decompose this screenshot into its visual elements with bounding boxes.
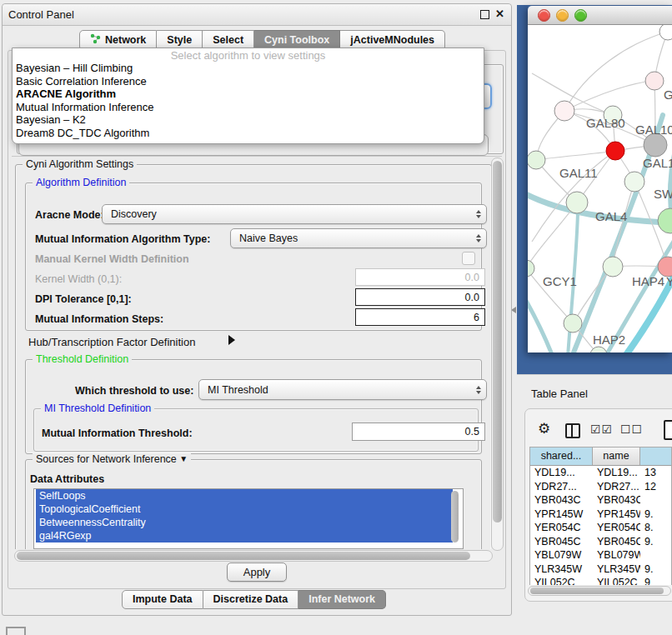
node-label-hap4: HAP4 [632,274,664,288]
column-layout-icon[interactable] [565,423,580,438]
mi-threshold-field[interactable]: 0.5 [352,422,485,441]
minimize-traffic-button[interactable] [556,9,569,22]
network-node-swi4[interactable] [624,172,644,192]
hub-expand-arrow-icon[interactable] [228,335,235,345]
settings-vscroll-thumb[interactable] [493,161,502,522]
data-attributes-label: Data Attributes [30,473,104,485]
control-panel-title: Control Panel [8,8,74,21]
table-cell: YBR043C [530,493,593,508]
algorithm-option-bayesian-k2[interactable]: Bayesian – K2 [13,113,484,127]
settings-hscroll-thumb[interactable] [17,552,470,560]
column-header-name[interactable]: name [593,448,640,465]
table-horizontal-scrollbar[interactable] [528,586,671,596]
minimized-panel-icon[interactable] [6,627,26,635]
table-cell: YBR043C [593,493,640,508]
algorithm-option-aracne-algorithm[interactable]: ARACNE Algorithm [13,88,484,101]
which-threshold-value: MI Threshold [199,384,471,396]
table-cell: YIL052C [530,576,593,585]
select-all-checks-icon[interactable]: ☑☑ [590,422,613,436]
mi-threshold-label: Mutual Information Threshold: [42,428,193,439]
node-attribute-table[interactable]: shared...nameYDL19...YDL19...13YDR27...Y… [529,447,672,585]
network-node-gal1[interactable] [606,142,624,160]
algorithm-option-basic-correlation-inference[interactable]: Basic Correlation Inference [13,75,484,88]
apply-button[interactable]: Apply [227,562,287,582]
attribute-item-selfloops[interactable]: SelfLoops [36,489,453,502]
table-cell: 9 [640,576,672,585]
network-node[interactable] [644,133,667,157]
dpi-tolerance-field[interactable]: 0.0 [355,288,485,306]
table-cell: 9. [640,508,672,522]
settings-vertical-scrollbar[interactable] [491,158,504,551]
table-row[interactable]: YDL19...YDL19...13 [530,466,671,480]
table-row[interactable]: YER054CYER054C8. [530,521,671,535]
table-cell: YDL19... [593,466,640,480]
algorithm-option-bayesian-hill-climbing[interactable]: Bayesian – Hill Climbing [13,62,484,75]
aracne-mode-combobox[interactable]: Discovery [102,204,487,224]
network-node[interactable] [658,208,672,233]
algorithm-dropdown-items: Bayesian – Hill ClimbingBasic Correlatio… [13,62,484,140]
network-node-gcy1[interactable] [528,260,534,277]
column-header-2[interactable] [640,448,672,465]
manual-kernel-checkbox[interactable] [462,252,475,265]
algorithm-option-mutual-information-inference[interactable]: Mutual Information Inference [13,101,484,114]
tab-style-label: Style [167,34,192,46]
network-node-gal80[interactable] [554,101,574,121]
bottom-tab-impute-data-label: Impute Data [133,593,193,605]
attribute-item-betweennesscentrality[interactable]: BetweennessCentrality [36,516,453,529]
mi-type-value: Naive Bayes [231,232,471,244]
attribute-item-topologicalcoefficient[interactable]: TopologicalCoefficient [36,502,453,516]
bottom-tab-impute-data[interactable]: Impute Data [122,590,203,609]
algorithm-option-dream8-dc-tdc-algorithm[interactable]: Dream8 DC_TDC Algorithm [13,127,484,140]
bottom-tab-infer-network[interactable]: Infer Network [298,590,386,609]
control-panel-titlebar[interactable]: Control Panel ✕ [3,4,511,26]
table-cell: YLR345W [530,562,593,577]
sources-title-text: Sources for Network Inference [36,453,177,465]
mi-type-combobox[interactable]: Naive Bayes [230,228,487,248]
algorithm-dropdown-list[interactable]: Select algorithm to view settings Bayesi… [12,48,484,144]
close-traffic-button[interactable] [538,9,550,22]
bottom-tab-discretize-data[interactable]: Discretize Data [203,590,299,609]
table-row[interactable]: YLR345WYLR345W9. [530,562,671,577]
bottom-tab-discretize-data-label: Discretize Data [213,593,288,605]
table-row[interactable]: YBR043CYBR043C [530,493,671,508]
network-node-gal[interactable] [645,72,664,90]
node-label-swi4: SWI4 [654,187,672,201]
float-window-icon[interactable] [480,10,489,19]
settings-horizontal-scrollbar[interactable] [14,550,493,562]
network-window-titlebar[interactable] [528,6,672,25]
network-node-hap2[interactable] [564,314,582,332]
section-divider [12,156,502,157]
network-node[interactable] [659,25,672,40]
network-node-hap4[interactable] [603,257,623,277]
table-cell: 9. [640,562,672,577]
settings-gear-icon[interactable]: ⚙ [538,420,550,438]
list-scrollbar[interactable] [450,490,459,545]
column-header-shared[interactable]: shared... [530,448,593,465]
table-cell: 8. [640,521,672,535]
table-header-row: shared...name [530,448,671,466]
mi-steps-field[interactable]: 6 [355,308,485,326]
close-icon[interactable]: ✕ [495,8,504,20]
table-row[interactable]: YPR145WYPR145W9. [530,508,671,522]
zoom-traffic-button[interactable] [574,9,587,22]
combo-stepper-icon [471,386,486,394]
table-row[interactable]: YDR27...YDR27...12 [530,480,671,494]
attribute-item-gal4rgexp[interactable]: gal4RGexp [36,529,453,542]
mi-steps-label: Mutual Information Steps: [35,313,163,325]
network-node-gal4[interactable] [566,192,588,213]
data-attributes-list[interactable]: SelfLoopsTopologicalCoefficientBetweenne… [33,488,464,549]
new-table-icon[interactable] [664,420,672,440]
column-layout-divider [571,425,573,437]
table-row[interactable]: YIL052CYIL052C9 [530,576,671,585]
list-scroll-thumb[interactable] [451,491,459,542]
sources-collapse-arrow-icon[interactable]: ▼ [179,454,188,463]
network-canvas[interactable]: GALGAL80GAL10GAL1GAL11SWI4GAL4GCY1HAP4YH… [528,25,672,352]
table-row[interactable]: YBL079WYBL079W [530,548,671,562]
network-node-gal11[interactable] [528,151,545,169]
kernel-width-field[interactable]: 0.0 [355,268,485,286]
mi-threshold-group-title: MI Threshold Definition [41,402,154,414]
deselect-all-boxes-icon[interactable]: ☐☐ [620,422,643,436]
table-hscroll-thumb[interactable] [530,588,664,594]
table-row[interactable]: YBR045CYBR045C9. [530,535,671,549]
which-threshold-combobox[interactable]: MI Threshold [198,379,487,400]
